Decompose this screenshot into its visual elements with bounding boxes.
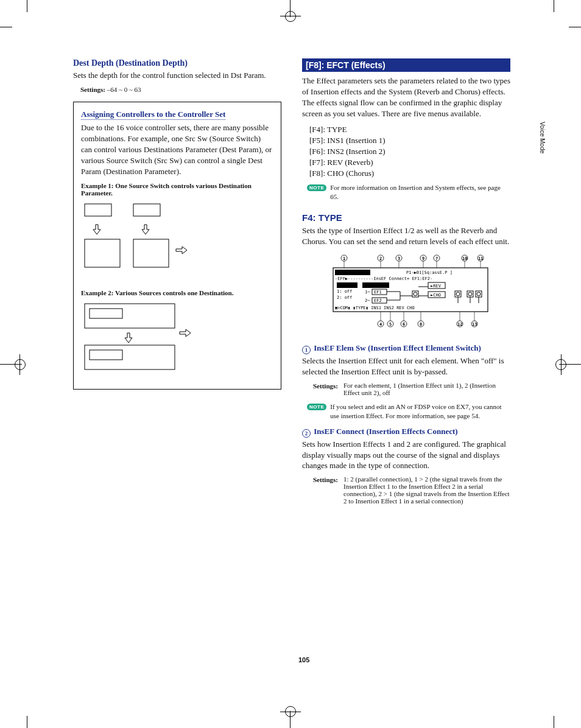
- svg-rect-7: [90, 350, 122, 360]
- heading-f8-efct: [F8]: EFCT (Effects): [302, 58, 510, 72]
- note-text: For more information on Insertion and Sy…: [330, 183, 510, 201]
- svg-text:►CHO: ►CHO: [431, 293, 441, 298]
- heading-insef-connect: 2 InsEF Connect (Insertion Effects Conne…: [302, 427, 510, 438]
- param-title: InsEF Connect (Insertion Effects Connect…: [314, 427, 457, 436]
- crop-mark: [19, 354, 20, 375]
- param-title: InsEF Elem Sw (Insertion Effect Element …: [314, 343, 481, 352]
- svg-text:2: 2: [379, 256, 382, 261]
- settings-label: Settings:: [80, 86, 105, 93]
- diagram-example-2: [81, 300, 203, 379]
- body-dest-depth: Sets the depth for the control function …: [73, 70, 281, 81]
- menu-list: [F4]: TYPE [F5]: INS1 (Insertion 1) [F6]…: [309, 124, 510, 179]
- info-box-assigning-controllers: Assigning Controllers to the Controller …: [73, 102, 281, 390]
- heading-assigning-controllers: Assigning Controllers to the Controller …: [81, 110, 225, 120]
- body-insef-elem-sw: Selects the Insertion Effect unit for ea…: [302, 355, 510, 377]
- callout-1-icon: 1: [302, 346, 311, 354]
- heading-dest-depth: Dest Depth (Destination Depth): [73, 58, 281, 68]
- page-number: 105: [298, 656, 309, 663]
- body-f8-efct: The Effect parameters sets the parameter…: [302, 75, 510, 119]
- svg-text:2─: 2─: [365, 298, 370, 303]
- svg-text:▣>COM▮         ▮TYPE▮ INS1  IN: ▣>COM▮ ▮TYPE▮ INS1 INS2 REV CHO: [335, 306, 415, 310]
- left-column: Dest Depth (Destination Depth) Sets the …: [73, 58, 281, 505]
- svg-text:EF1: EF1: [374, 290, 382, 295]
- svg-text:3: 3: [398, 256, 400, 261]
- heading-insef-elem-sw: 1 InsEF Elem Sw (Insertion Effect Elemen…: [302, 343, 510, 354]
- note-insertion-system: NOTE For more information on Insertion a…: [307, 183, 510, 201]
- note-text: If you select and edit an AN or FDSP voi…: [330, 402, 510, 421]
- svg-text:EF1:EF2: EF1:EF2: [364, 283, 382, 288]
- svg-text:InsEF: InsEF: [338, 283, 351, 288]
- crop-mark: [554, 716, 554, 728]
- callout-2-icon: 2: [302, 429, 311, 438]
- menu-item-f6: [F6]: INS2 (Insertion 2): [309, 146, 510, 157]
- lcd-screen-figure: 1 2 3 9 7 10 11 VOICE E: [315, 253, 498, 335]
- settings-insef-elem-sw: Settings: For each element, 1 (Insertion…: [313, 382, 510, 396]
- body-assigning-controllers: Due to the 16 voice controller sets, the…: [81, 122, 273, 177]
- body-insef-connect: Sets how Insertion Effects 1 and 2 are c…: [302, 439, 510, 472]
- svg-text:1:  off: 1: off: [337, 289, 352, 294]
- svg-text:-EFF▶----------InsEF Connect= : -EFF▶----------InsEF Connect= EF1:EF2-: [335, 276, 432, 281]
- svg-text:11: 11: [478, 256, 483, 261]
- note-ex7: NOTE If you select and edit an AN or FDS…: [307, 402, 510, 421]
- crop-mark: [27, 0, 27, 12]
- settings-value: 1: 2 (parallel connection), 1 > 2 (the s…: [343, 475, 510, 505]
- svg-text:►REV: ►REV: [431, 284, 442, 289]
- crop-mark: [554, 0, 554, 12]
- settings-dest-depth: Settings: –64 ~ 0 ~ 63: [80, 86, 281, 93]
- svg-text:1─: 1─: [365, 290, 370, 295]
- crop-mark: [0, 27, 12, 27]
- svg-rect-2: [85, 239, 120, 267]
- svg-rect-3: [133, 239, 169, 267]
- menu-item-f5: [F5]: INS1 (Insertion 1): [309, 135, 510, 146]
- crop-mark: [569, 27, 581, 27]
- svg-text:5: 5: [389, 322, 392, 327]
- svg-text:12: 12: [457, 322, 462, 327]
- svg-text:13: 13: [472, 322, 477, 327]
- svg-text:7: 7: [435, 256, 438, 261]
- crop-mark: [280, 16, 301, 16]
- note-badge-icon: NOTE: [307, 184, 326, 191]
- side-tab-voice-mode: Voice Mode: [539, 122, 546, 153]
- svg-text:4: 4: [379, 322, 382, 327]
- settings-insef-connect: Settings: 1: 2 (parallel connection), 1 …: [313, 476, 510, 505]
- crop-mark: [285, 11, 296, 22]
- body-f4-type: Sets the type of Insertion Effect 1/2 as…: [302, 225, 510, 247]
- svg-rect-1: [133, 204, 160, 216]
- example-1-title: Example 1: One Source Switch controls va…: [81, 182, 273, 197]
- example-2-title: Example 2: Various Sources controls one …: [81, 289, 273, 296]
- menu-item-f4: [F4]: TYPE: [309, 124, 510, 135]
- svg-text:10: 10: [462, 256, 467, 261]
- crop-mark: [280, 712, 301, 712]
- svg-text:6: 6: [403, 322, 405, 327]
- crop-mark: [15, 359, 26, 370]
- svg-text:2:  off: 2: off: [337, 295, 352, 300]
- note-badge-icon: NOTE: [307, 404, 326, 410]
- svg-text:1: 1: [343, 256, 345, 261]
- heading-f4-type: F4: TYPE: [302, 212, 510, 223]
- page-content: Dest Depth (Destination Depth) Sets the …: [73, 58, 512, 505]
- settings-value: For each element, 1 (Insertion Effect un…: [343, 382, 510, 396]
- svg-rect-5: [90, 309, 122, 318]
- settings-label: Settings:: [313, 382, 338, 390]
- right-column: [F8]: EFCT (Effects) The Effect paramete…: [302, 58, 510, 505]
- settings-label: Settings:: [313, 476, 338, 483]
- menu-item-f7: [F7]: REV (Reverb): [309, 157, 510, 168]
- svg-text:VOICE EDIT: VOICE EDIT: [337, 270, 363, 275]
- svg-text:P1-▶01[Sq:assE.P    ]: P1-▶01[Sq:assE.P ]: [406, 270, 452, 275]
- svg-text:9: 9: [422, 256, 424, 261]
- svg-rect-0: [85, 204, 111, 216]
- crop-mark: [27, 716, 27, 728]
- menu-item-f8: [F8]: CHO (Chorus): [309, 168, 510, 179]
- svg-text:8: 8: [420, 322, 422, 327]
- svg-text:EF2: EF2: [374, 298, 382, 303]
- crop-mark: [561, 354, 562, 375]
- diagram-example-1: [81, 200, 203, 279]
- settings-value: –64 ~ 0 ~ 63: [107, 86, 141, 93]
